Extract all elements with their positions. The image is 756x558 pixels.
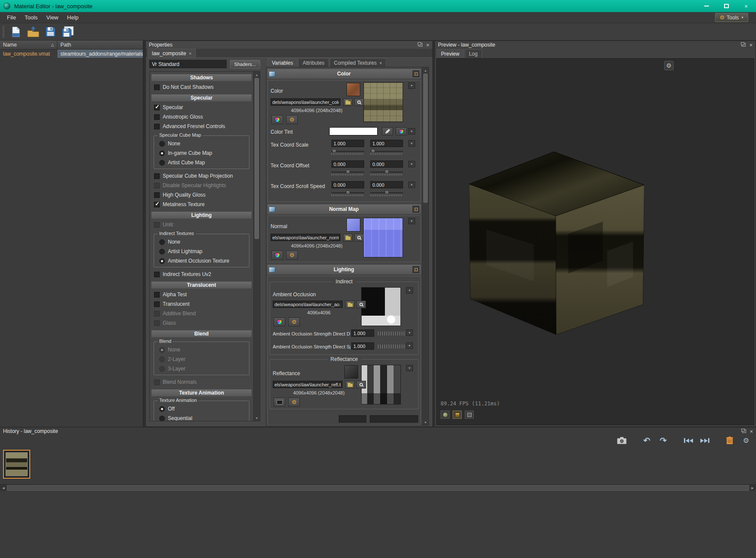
scrollbar-thumb[interactable] [255, 78, 259, 239]
offset-y-slider[interactable] [370, 170, 403, 176]
shader-name-input[interactable] [149, 60, 227, 68]
shaders-button[interactable]: Shaders... [230, 60, 260, 69]
ao-options-dropdown[interactable]: ▼ [406, 287, 413, 294]
scrollbar-thumb[interactable] [7, 485, 749, 491]
preview-3d-cube[interactable] [469, 152, 644, 336]
ao-path-input[interactable] [273, 301, 343, 308]
close-panel-icon[interactable]: × [426, 42, 429, 48]
new-file-button[interactable] [9, 25, 23, 39]
checkbox-anisotropic-gloss[interactable]: Anisotropic Gloss [150, 112, 253, 122]
checkbox-metalness-texture[interactable]: Metalness Texture [150, 200, 253, 209]
radio-cubemap-none[interactable]: None [155, 139, 248, 148]
slider-ticks[interactable] [378, 345, 406, 348]
collapse-lighting-button[interactable] [413, 266, 419, 273]
maximize-button[interactable] [716, 0, 736, 12]
history-panel-header[interactable]: History - law_composite × [0, 427, 756, 435]
history-scrollbar[interactable]: ◀ ▶ [0, 484, 756, 491]
normal-thumbnail-small[interactable] [346, 218, 360, 232]
sphere-preview-button[interactable] [441, 411, 450, 419]
color-thumbnail-large[interactable] [363, 82, 403, 122]
color-settings-button[interactable]: ⚙ [286, 115, 298, 124]
titlebar[interactable]: Material Editor - law_composite × [0, 0, 756, 12]
tint-options-dropdown[interactable]: ▼ [408, 128, 415, 135]
menu-view[interactable]: View [42, 13, 63, 22]
clipped-input[interactable] [370, 415, 418, 423]
undo-button[interactable]: ↶ [640, 435, 653, 446]
menu-file[interactable]: File [3, 13, 20, 22]
scale-y-input[interactable] [370, 140, 403, 147]
offset-x-slider[interactable] [331, 170, 364, 176]
properties-panel-header[interactable]: Properties × [146, 41, 432, 49]
checkbox-translucent[interactable]: Translucent [150, 299, 253, 309]
scrollbar-thumb[interactable] [423, 74, 428, 203]
color-wheel-button[interactable] [271, 115, 283, 124]
slider-handle[interactable] [385, 170, 389, 174]
normal-settings-button[interactable]: ⚙ [286, 251, 298, 260]
tab-variables[interactable]: Variables [268, 58, 297, 67]
ao-diffuse-dropdown[interactable]: ▼ [406, 329, 413, 336]
history-settings-button[interactable]: ⚙ [740, 435, 753, 446]
scale-options-dropdown[interactable]: ▼ [408, 140, 415, 147]
color-wheel-button[interactable] [271, 251, 283, 260]
tab-close-icon[interactable]: × [379, 60, 382, 66]
tools-dropdown-button[interactable]: ⚙ Tools ▼ [715, 13, 748, 22]
section-header-lighting-vars[interactable]: Lighting [268, 265, 421, 274]
save-button[interactable] [43, 25, 58, 39]
radio-texanim-off[interactable]: Off [155, 404, 248, 414]
preview-viewport[interactable]: ⚙ [436, 58, 754, 425]
radio-indirect-none[interactable]: None [155, 237, 248, 247]
offset-options-dropdown[interactable]: ▼ [408, 161, 415, 167]
radio-ambient-occlusion-texture[interactable]: Ambient Occlusion Texture [155, 256, 248, 266]
browse-texture-button[interactable] [345, 301, 355, 308]
collapse-normal-button[interactable] [413, 206, 419, 213]
offset-y-input[interactable] [370, 160, 403, 168]
clipped-input[interactable] [339, 415, 366, 423]
options-scrollbar[interactable]: ▲ ▼ [253, 72, 260, 421]
scroll-options-dropdown[interactable]: ▼ [408, 182, 415, 188]
preview-panel-header[interactable]: Preview - law_composite × [435, 41, 756, 49]
go-first-button[interactable] [682, 435, 695, 446]
redo-button[interactable]: ↷ [657, 435, 670, 446]
open-file-button[interactable] [26, 25, 41, 39]
scroll-down-icon[interactable]: ▼ [254, 415, 260, 421]
scroll-up-icon[interactable]: ▲ [254, 72, 260, 78]
radio-texanim-sequential[interactable]: Sequential [155, 414, 248, 421]
color-path-input[interactable] [271, 98, 340, 106]
tab-law-composite[interactable]: law_composite × [148, 49, 196, 57]
menu-tools[interactable]: Tools [20, 13, 42, 22]
preview-settings-button[interactable]: ⚙ [664, 61, 674, 70]
tab-preview[interactable]: Preview [437, 49, 464, 58]
normal-thumbnail-large[interactable] [363, 218, 403, 257]
color-tint-swatch[interactable] [329, 127, 378, 135]
checkbox-specular[interactable]: Specular [150, 103, 253, 112]
ao-strength-specular-input[interactable] [351, 342, 374, 350]
inspect-texture-button[interactable] [354, 98, 364, 106]
color-wheel-button[interactable] [274, 317, 285, 326]
reflectance-thumbnail-large[interactable] [361, 365, 401, 404]
go-last-button[interactable] [698, 435, 711, 446]
scale-y-slider[interactable] [370, 149, 403, 155]
checkbox-advanced-fresnel-controls[interactable]: Advanced Fresnel Controls [150, 122, 253, 131]
scale-x-input[interactable] [331, 140, 364, 147]
color-thumbnail-small[interactable] [346, 83, 360, 96]
toolbar-grip[interactable] [3, 26, 4, 38]
color-options-dropdown[interactable]: ▼ [408, 82, 415, 89]
delete-history-button[interactable] [723, 435, 736, 446]
column-header-name[interactable]: Name △ [0, 41, 57, 49]
menu-help[interactable]: Help [63, 13, 83, 22]
screenshot-button[interactable] [615, 435, 628, 446]
slider-handle[interactable] [346, 191, 350, 194]
close-panel-icon[interactable]: × [749, 42, 753, 48]
normal-options-dropdown[interactable]: ▼ [408, 218, 415, 224]
ao-specular-dropdown[interactable]: ▼ [406, 342, 413, 349]
slider-ticks[interactable] [378, 332, 406, 335]
asset-row[interactable]: law_composite.vmat steamtours_addons/ran… [0, 50, 143, 58]
scroll-y-input[interactable] [370, 181, 403, 188]
close-button[interactable]: × [736, 0, 756, 12]
float-panel-icon[interactable] [419, 43, 422, 47]
scroll-down-icon[interactable]: ▼ [422, 419, 428, 425]
close-panel-icon[interactable]: × [750, 429, 753, 434]
slider-handle[interactable] [385, 191, 389, 194]
reflectance-settings-button[interactable]: ⚙ [288, 398, 300, 407]
tab-attributes[interactable]: Attributes [298, 58, 329, 67]
